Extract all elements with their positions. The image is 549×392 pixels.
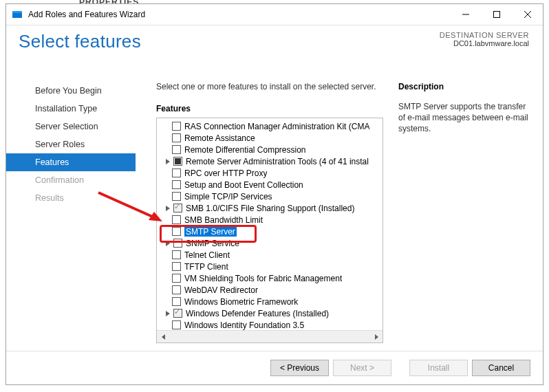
instruction-text: Select one or more features to install o…	[156, 82, 383, 91]
horizontal-scrollbar[interactable]	[157, 330, 383, 342]
install-button[interactable]: Install	[409, 360, 468, 376]
feature-checkbox[interactable]	[172, 320, 181, 329]
features-list[interactable]: RAS Connection Manager Administration Ki…	[157, 118, 383, 330]
feature-label: SMB 1.0/CIFS File Sharing Support (Insta…	[186, 204, 354, 213]
feature-label: RAS Connection Manager Administration Ki…	[184, 122, 369, 131]
feature-checkbox[interactable]	[173, 239, 182, 248]
feature-row[interactable]: WebDAV Redirector	[157, 284, 383, 296]
minimize-button[interactable]	[450, 4, 481, 25]
feature-row[interactable]: SMB 1.0/CIFS File Sharing Support (Insta…	[157, 202, 383, 214]
destination-value: DC01.labvmware.local	[440, 39, 529, 47]
feature-row[interactable]: Windows Identity Foundation 3.5	[157, 319, 383, 330]
nav-item-installation-type[interactable]: Installation Type	[6, 100, 136, 118]
titlebar: Add Roles and Features Wizard	[6, 4, 543, 25]
cancel-button[interactable]: Cancel	[472, 360, 530, 376]
feature-checkbox[interactable]	[172, 122, 181, 131]
feature-row[interactable]: Simple TCP/IP Services	[157, 190, 383, 202]
maximize-button[interactable]	[481, 4, 512, 25]
feature-checkbox[interactable]	[172, 297, 181, 306]
feature-row[interactable]: SMTP Server	[157, 226, 383, 237]
scroll-left-icon[interactable]	[158, 331, 169, 342]
feature-row[interactable]: SNMP Service	[157, 237, 383, 249]
destination-label: DESTINATION SERVER	[440, 31, 529, 39]
feature-row[interactable]: RPC over HTTP Proxy	[157, 167, 383, 179]
svg-marker-11	[375, 334, 378, 340]
previous-button[interactable]: < Previous	[270, 360, 329, 376]
description-heading: Description	[398, 82, 529, 91]
page-title: Select features	[19, 31, 141, 52]
feature-label: SMB Bandwidth Limit	[184, 215, 263, 225]
nav-item-features[interactable]: Features	[6, 153, 136, 171]
nav-item-server-selection[interactable]: Server Selection	[6, 118, 136, 135]
feature-label: Telnet Client	[184, 250, 230, 260]
feature-checkbox[interactable]	[172, 180, 181, 189]
feature-checkbox[interactable]	[172, 168, 181, 177]
feature-checkbox[interactable]	[172, 145, 181, 154]
feature-checkbox[interactable]	[172, 274, 181, 283]
expander-icon[interactable]	[164, 309, 172, 318]
nav-item-server-roles[interactable]: Server Roles	[6, 135, 136, 153]
feature-label: SMTP Server	[184, 227, 237, 237]
features-list-container: RAS Connection Manager Administration Ki…	[156, 118, 383, 343]
destination-server: DESTINATION SERVER DC01.labvmware.local	[440, 31, 529, 47]
svg-marker-8	[166, 241, 170, 246]
feature-label: TFTP Client	[184, 262, 228, 272]
close-button[interactable]	[512, 4, 543, 25]
app-icon	[12, 9, 23, 20]
feature-checkbox[interactable]	[173, 157, 182, 166]
feature-checkbox[interactable]	[172, 133, 181, 142]
feature-row[interactable]: Telnet Client	[157, 249, 383, 261]
feature-checkbox[interactable]	[172, 262, 181, 271]
svg-marker-6	[166, 159, 170, 164]
feature-label: SNMP Service	[186, 239, 239, 248]
main-area: Select one or more features to install o…	[136, 72, 543, 350]
feature-label: Windows Identity Foundation 3.5	[184, 320, 304, 330]
feature-row[interactable]: SMB Bandwidth Limit	[157, 214, 383, 226]
expander-icon[interactable]	[164, 239, 172, 248]
nav-item-confirmation: Confirmation	[6, 171, 136, 189]
svg-rect-3	[493, 12, 499, 18]
window-title: Add Roles and Features Wizard	[28, 10, 450, 19]
feature-row[interactable]: TFTP Client	[157, 261, 383, 272]
wizard-nav: Before You BeginInstallation TypeServer …	[6, 72, 136, 350]
feature-checkbox[interactable]	[172, 192, 181, 201]
expander-icon[interactable]	[164, 204, 172, 213]
heading-row: Select features DESTINATION SERVER DC01.…	[6, 25, 543, 72]
feature-label: Remote Assistance	[184, 133, 255, 143]
feature-label: Simple TCP/IP Services	[184, 192, 272, 202]
feature-row[interactable]: Remote Differential Compression	[157, 144, 383, 155]
feature-row[interactable]: Windows Biometric Framework	[157, 296, 383, 307]
feature-checkbox[interactable]	[172, 250, 181, 259]
features-label: Features	[156, 104, 383, 113]
feature-checkbox[interactable]	[172, 227, 181, 236]
scroll-right-icon[interactable]	[371, 331, 381, 342]
feature-row[interactable]: RAS Connection Manager Administration Ki…	[157, 120, 383, 132]
nav-item-before-you-begin[interactable]: Before You Begin	[6, 82, 136, 100]
feature-row[interactable]: VM Shielding Tools for Fabric Management	[157, 272, 383, 284]
expander-icon[interactable]	[164, 157, 172, 166]
wizard-window: Add Roles and Features Wizard Select fea…	[6, 3, 543, 385]
feature-checkbox[interactable]	[173, 204, 182, 213]
svg-marker-10	[162, 334, 165, 340]
feature-row[interactable]: Setup and Boot Event Collection	[157, 179, 383, 190]
feature-label: Windows Biometric Framework	[184, 297, 298, 307]
feature-label: Remote Server Administration Tools (4 of…	[186, 157, 369, 166]
next-button[interactable]: Next >	[333, 360, 391, 376]
feature-label: VM Shielding Tools for Fabric Management	[184, 274, 342, 283]
feature-row[interactable]: Remote Assistance	[157, 132, 383, 144]
nav-item-results: Results	[6, 189, 136, 207]
feature-checkbox[interactable]	[173, 309, 182, 318]
feature-row[interactable]: Windows Defender Features (Installed)	[157, 307, 383, 319]
feature-label: RPC over HTTP Proxy	[184, 168, 267, 178]
feature-label: WebDAV Redirector	[184, 285, 258, 295]
footer: < Previous Next > Install Cancel	[6, 351, 543, 384]
feature-label: Setup and Boot Event Collection	[184, 180, 303, 190]
description-column: Description SMTP Server supports the tra…	[383, 82, 529, 350]
feature-row[interactable]: Remote Server Administration Tools (4 of…	[157, 155, 383, 167]
feature-checkbox[interactable]	[172, 215, 181, 224]
window-controls	[450, 4, 543, 25]
feature-checkbox[interactable]	[172, 285, 181, 294]
features-column: Select one or more features to install o…	[156, 82, 383, 350]
feature-label: Windows Defender Features (Installed)	[186, 309, 329, 318]
svg-marker-9	[166, 311, 170, 316]
